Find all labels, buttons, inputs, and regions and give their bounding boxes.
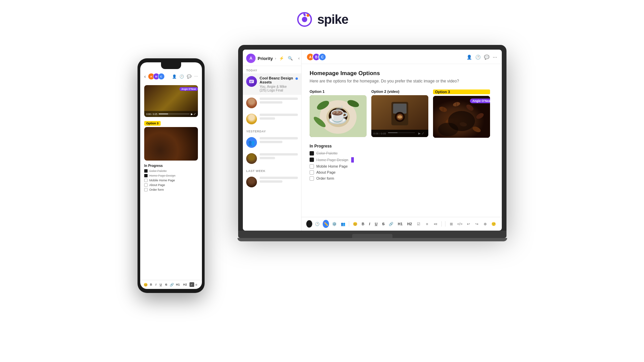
- image-thumb-2: 0:06 / 0:05 ▶ ⤢: [371, 95, 428, 137]
- phone-tb-h2[interactable]: H2: [182, 282, 188, 287]
- phone-tb-list-icon[interactable]: ≡: [196, 283, 198, 287]
- phone-task-checkbox-2[interactable]: [144, 174, 148, 177]
- placeholder-line-3: [260, 114, 298, 116]
- phone-tb-italic[interactable]: I: [155, 282, 158, 287]
- toolbar-emoji-icon[interactable]: 😊: [352, 220, 358, 228]
- phone-tb-h1[interactable]: H1: [175, 282, 181, 287]
- phone-task-checkbox-4[interactable]: [144, 183, 148, 187]
- message-item-4[interactable]: 👥: [243, 134, 301, 150]
- svg-rect-25: [371, 130, 428, 137]
- phone-chat-icon[interactable]: 💬: [187, 74, 192, 79]
- section-yesterday-label: YESTERDAY: [243, 127, 301, 134]
- toolbar-divider-1: [349, 221, 349, 227]
- logo-text: spike: [317, 12, 348, 27]
- toolbar-ol-icon[interactable]: ≡: [424, 220, 430, 228]
- message-item-3[interactable]: [243, 111, 301, 127]
- image-option-3-label: Option 3: [433, 89, 490, 94]
- toolbar-plus-icon[interactable]: ⊕: [482, 220, 488, 228]
- phone-person-icon[interactable]: 👤: [172, 74, 177, 79]
- svg-point-14: [329, 108, 347, 124]
- phone-more-icon[interactable]: ⋯: [194, 74, 198, 79]
- chat-history-icon[interactable]: 🕐: [475, 55, 481, 60]
- svg-rect-7: [250, 82, 252, 82]
- task-label-4: About Page: [316, 170, 336, 174]
- chat-header-avatar-group: A B C: [306, 53, 324, 61]
- toolbar-h2-btn[interactable]: H2: [406, 221, 413, 227]
- task-3: Mobile Home Page: [310, 164, 494, 169]
- phone-task-label-1: Color Palette: [149, 169, 167, 173]
- phone-task-checkbox-1[interactable]: [144, 169, 148, 173]
- message-snippet-2: [260, 98, 298, 105]
- laptop-device: A Priority › ⚡ 🔍 ‹ TODAY: [238, 45, 506, 320]
- chat-toolbar: 🕐 ✏️ ⚙️ 👥 😊 B I U S 🔗 H1 H2: [302, 217, 502, 231]
- toolbar-code-icon[interactable]: </>: [457, 220, 463, 228]
- phone-task-1: Color Palette: [144, 169, 198, 173]
- toolbar-bold-btn[interactable]: B: [360, 221, 366, 227]
- task-checkbox-2[interactable]: [310, 158, 314, 162]
- toolbar-pen-icon[interactable]: ✏️: [323, 220, 329, 228]
- phone-task-4: About Page: [144, 183, 198, 187]
- angie-oneal-badge: Angie O'Neal: [470, 99, 490, 103]
- toolbar-emoji2-icon[interactable]: 🙂: [491, 220, 497, 228]
- toolbar-checkbox-icon[interactable]: ☑: [415, 220, 422, 228]
- message-item-5[interactable]: [243, 150, 301, 167]
- phone-history-icon[interactable]: 🕐: [179, 74, 184, 79]
- toolbar-link-icon[interactable]: 🔗: [388, 220, 394, 228]
- chat-chat-icon[interactable]: 💬: [484, 55, 489, 60]
- toolbar-strike-btn[interactable]: S: [381, 221, 386, 227]
- phone-tb-bold[interactable]: B: [149, 282, 153, 287]
- task-checkbox-5[interactable]: [310, 176, 314, 181]
- toolbar-ul-icon[interactable]: •≡: [432, 220, 439, 228]
- toolbar-redo-icon[interactable]: ↪: [474, 220, 480, 228]
- phone-tb-underline[interactable]: U: [159, 282, 163, 287]
- message-item-coolbeanz[interactable]: Cool Beanz Design Assets You, Angie & Mi…: [243, 73, 301, 95]
- phone-tb-emoji-icon[interactable]: 😊: [144, 283, 148, 287]
- filter-icon[interactable]: ⚡: [278, 55, 285, 62]
- task-checkbox-3[interactable]: [310, 164, 314, 169]
- phone-task-checkbox-5[interactable]: [144, 188, 148, 191]
- devices-container: ‹ A B C 👤 🕐 💬 ⋯: [138, 38, 506, 326]
- task-checkbox-4[interactable]: [310, 170, 314, 175]
- toolbar-h1-btn[interactable]: H1: [396, 221, 404, 227]
- phone-task-2: Home Page Design: [144, 174, 198, 177]
- phone-avatar-3: C: [158, 73, 165, 80]
- svg-point-24: [397, 115, 402, 119]
- toolbar-circle-btn[interactable]: [306, 220, 312, 228]
- message-item-2[interactable]: [243, 95, 301, 111]
- toolbar-underline-btn[interactable]: U: [373, 221, 379, 227]
- phone-device: ‹ A B C 👤 🕐 💬 ⋯: [138, 58, 205, 293]
- phone-tb-strike[interactable]: S: [164, 282, 168, 287]
- task-4: About Page: [310, 170, 494, 175]
- svg-point-42: [438, 123, 458, 136]
- chat-person-icon[interactable]: 👤: [467, 55, 472, 60]
- placeholder-line-9: [260, 177, 298, 179]
- message-avatar-6: [246, 177, 257, 187]
- panel-priority-title[interactable]: Priority: [258, 56, 273, 61]
- message-avatar-3: [246, 114, 257, 124]
- message-list-panel: A Priority › ⚡ 🔍 ‹ TODAY: [243, 50, 302, 231]
- placeholder-line-8: [260, 157, 275, 159]
- svg-point-2: [302, 17, 307, 22]
- toolbar-divider-3: [445, 221, 445, 227]
- search-icon[interactable]: 🔍: [287, 55, 293, 62]
- phone-top-bar: ‹ A B C 👤 🕐 💬 ⋯: [140, 70, 202, 82]
- toolbar-gear-icon[interactable]: ⚙️: [331, 220, 337, 228]
- chat-more-icon[interactable]: ⋯: [493, 55, 497, 60]
- phone-video-progress-fill: [159, 114, 168, 114]
- laptop-screen: A Priority › ⚡ 🔍 ‹ TODAY: [243, 50, 502, 231]
- app-header: spike: [296, 0, 348, 35]
- phone-back-button[interactable]: ‹: [144, 74, 146, 79]
- phone-tb-link-icon[interactable]: 🔗: [170, 283, 174, 287]
- phone-notch: [161, 62, 181, 69]
- toolbar-people-icon[interactable]: 👥: [340, 220, 346, 228]
- task-checkbox-1[interactable]: [310, 151, 314, 156]
- phone-tb-checkbox[interactable]: ✓: [190, 282, 194, 287]
- phone-app: ‹ A B C 👤 🕐 💬 ⋯: [140, 62, 202, 289]
- phone-video-progress[interactable]: [159, 114, 190, 114]
- toolbar-italic-btn[interactable]: I: [368, 221, 371, 227]
- toolbar-undo-icon[interactable]: ↩: [465, 220, 472, 228]
- message-item-6[interactable]: [243, 174, 301, 190]
- toolbar-table-icon[interactable]: ⊞: [448, 220, 454, 228]
- toolbar-clock-icon[interactable]: 🕐: [314, 220, 321, 228]
- phone-task-checkbox-3[interactable]: [144, 179, 148, 182]
